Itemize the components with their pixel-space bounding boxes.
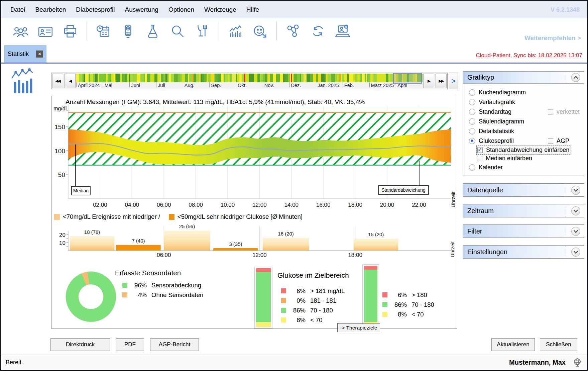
timeline-event-mark (192, 74, 194, 82)
statistics-panel: 1501005002:0004:0006:0008:0010:0012:0014… (51, 96, 457, 329)
timeline-day-segment (225, 74, 228, 82)
refresh-button[interactable]: Aktualisieren (491, 338, 535, 351)
timeline-day-segment (297, 74, 300, 82)
option-kalender[interactable]: Kalender (469, 163, 584, 172)
radio-kuchendiagramm[interactable] (469, 89, 475, 96)
option-glukoseprofil[interactable]: GlukoseprofilAGP (469, 136, 584, 146)
checkbox-median-einf-rben[interactable] (477, 156, 482, 161)
svg-text:Standardabweichung: Standardabweichung (381, 187, 426, 193)
option-standardabweichung-einf-rben[interactable]: Standardabweichung einfärben (477, 146, 584, 154)
radio-detailstatistik[interactable] (469, 128, 475, 134)
timeline-selection[interactable] (393, 73, 422, 84)
radio-s-ulendiagramm[interactable] (469, 118, 475, 125)
timeline-day-segment (390, 74, 393, 82)
timeline-day-segment (265, 74, 268, 82)
nutrition-icon[interactable] (194, 23, 210, 39)
share-icon[interactable] (285, 23, 301, 39)
timeline-navigator: ◀◀ ◀ April 2024MaiJuniJuliAug.Sep.Okt.No… (51, 73, 448, 89)
menu-item-hilfe[interactable]: Hilfe (246, 6, 259, 13)
sensor-section-title: Erfasste Sensordaten (115, 269, 181, 277)
sync-icon[interactable] (310, 23, 326, 39)
diary-icon[interactable] (95, 23, 111, 39)
expand-button[interactable] (571, 186, 580, 195)
timeline-day-segment (185, 74, 188, 82)
legend-label: 70 - 180 (310, 307, 333, 314)
printer-icon[interactable] (62, 23, 78, 39)
tab-close-icon[interactable]: × (36, 51, 43, 58)
graphtype-panel-header[interactable]: Grafiktyp (463, 72, 584, 84)
timeline-day-segment (111, 74, 114, 82)
timeline-day-segment (218, 74, 221, 82)
legend-label: Sensorabdeckung (151, 282, 201, 289)
expand-button[interactable] (571, 248, 580, 257)
toolbar (1, 18, 587, 44)
timeline-day-segment (335, 74, 337, 82)
radio-standardtag[interactable] (469, 109, 475, 115)
legend-percent: 4% (131, 291, 147, 299)
month-label: März 2025 (371, 83, 394, 88)
expand-button[interactable] (571, 206, 580, 215)
timeline-first-button[interactable]: ◀◀ (52, 74, 63, 88)
radio-verlaufsgrafik[interactable] (469, 99, 475, 105)
option-detailstatistik[interactable]: Detailstatistik (469, 126, 584, 136)
option-s-ulendiagramm[interactable]: Säulendiagramm (469, 117, 584, 126)
expand-button[interactable] (571, 227, 580, 236)
radio-kalender[interactable] (469, 164, 475, 171)
wellbeing-icon[interactable] (252, 23, 268, 39)
radio-glukoseprofil[interactable] (469, 138, 475, 144)
telemedicine-icon[interactable] (335, 23, 351, 39)
menu-item-bearbeiten[interactable]: Bearbeiten (35, 6, 66, 13)
tir-bar-left (254, 267, 272, 329)
timeline-last-button[interactable]: ▶▶ (436, 74, 447, 88)
tir-legend-left: 6%> 181 mg/dL0%181 - 18186%70 - 1808%< 7… (281, 286, 345, 325)
panel-einstellungen[interactable]: Einstellungen (463, 245, 584, 259)
checkbox-agp[interactable] (548, 138, 553, 144)
timeline-color-strip[interactable] (76, 74, 423, 82)
timeline-day-segment (270, 74, 273, 82)
refer-link[interactable]: Weiterempfehlen > (524, 34, 581, 42)
option-kuchendiagramm[interactable]: Kuchendiagramm (469, 88, 584, 97)
menu-item-optionen[interactable]: Optionen (168, 6, 194, 13)
menu-item-werkzeuge[interactable]: Werkzeuge (204, 6, 236, 13)
pdf-button[interactable]: PDF (116, 338, 144, 351)
direct-print-button[interactable]: Direktdruck (50, 338, 110, 351)
checkbox-standardabweichung-einf-rben[interactable] (477, 148, 483, 153)
timeline-prev-button[interactable]: ◀ (65, 74, 76, 88)
tab-statistik[interactable]: Statistik × (4, 45, 46, 63)
menu-item-datei[interactable]: Datei (10, 6, 25, 13)
option-standardtag[interactable]: Standardtagverkettet (469, 107, 584, 117)
timeline-day-segment (280, 74, 283, 82)
users-icon[interactable] (13, 23, 29, 39)
option-verlaufsgrafik[interactable]: Verlaufsgrafik (469, 97, 584, 107)
option-label: verkettet (557, 108, 580, 115)
timeline-next-button[interactable]: ▶ (423, 74, 434, 88)
legend-swatch (281, 298, 286, 303)
close-button[interactable]: Schließen (540, 338, 577, 351)
option-median-einf-rben[interactable]: Median einfärben (477, 154, 584, 163)
focused-option: Standardabweichung einfärben (477, 146, 570, 154)
sensor-coverage-donut (66, 272, 116, 322)
statistics-icon[interactable] (227, 23, 243, 39)
panel-datenquelle[interactable]: Datenquelle (463, 183, 584, 197)
panel-title: Datenquelle (467, 186, 503, 194)
menu-item-auswertung[interactable]: Auswertung (125, 6, 158, 13)
svg-text:18:00: 18:00 (348, 252, 362, 258)
checkbox-verkettet[interactable] (548, 109, 553, 115)
agp-report-button[interactable]: AGP-Bericht (150, 338, 199, 351)
lab-icon[interactable] (145, 23, 161, 39)
search-icon[interactable] (169, 23, 186, 39)
tir-legend-row: 86%70 - 180 (382, 300, 434, 309)
therapieziele-button[interactable]: -> Therapieziele (337, 323, 380, 332)
tir-legend-row: 6%> 181 mg/dL (281, 286, 345, 296)
collapse-button[interactable] (571, 73, 580, 82)
patient-card-icon[interactable] (37, 23, 53, 39)
timeline-expand-button[interactable]: > (449, 73, 458, 89)
glucose-meter-icon[interactable] (120, 23, 136, 39)
timeline-day-segment (380, 74, 383, 82)
panel-filter[interactable]: Filter (463, 224, 584, 238)
svg-text:20:00: 20:00 (380, 202, 394, 208)
panel-zeitraum[interactable]: Zeitraum (463, 204, 584, 217)
timeline-day-segment (360, 74, 362, 82)
menu-item-diabetesprofil[interactable]: Diabetesprofil (76, 6, 115, 13)
sensor-legend-row: 96%Sensorabdeckung (122, 280, 203, 290)
